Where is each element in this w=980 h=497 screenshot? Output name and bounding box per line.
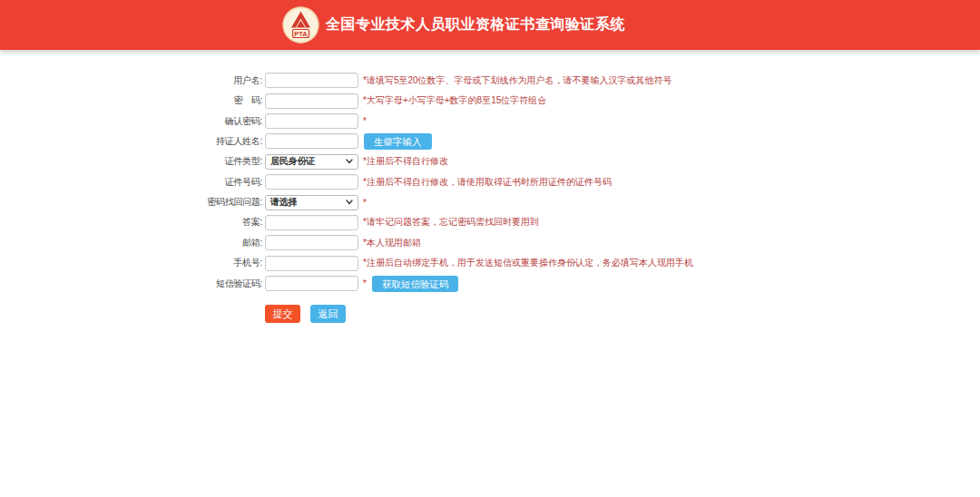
- pta-logo-text: PTA: [294, 30, 308, 38]
- cert-number-input[interactable]: [265, 174, 358, 190]
- cert-number-label: 证件号码:: [206, 176, 262, 189]
- cert-type-label: 证件类型:: [206, 155, 262, 168]
- form-row-password-recovery-question: 密码找回问题: 请选择 *: [206, 194, 693, 210]
- form-row-sms-code: 短信验证码: * 获取短信验证码: [206, 276, 693, 292]
- cert-holder-name-label: 持证人姓名:: [206, 135, 262, 148]
- password-recovery-question-selected-value: 请选择: [270, 196, 297, 209]
- form-row-mobile-number: 手机号: *注册后自动绑定手机，用于发送短信或重要操作身份认定，务必填写本人现用…: [206, 256, 693, 272]
- answer-label: 答案:: [206, 216, 262, 229]
- form-row-answer: 答案: *请牢记问题答案，忘记密码需找回时要用到: [206, 215, 693, 231]
- username-label: 用户名:: [206, 74, 262, 87]
- cert-type-select[interactable]: 居民身份证: [265, 154, 358, 170]
- mobile-number-input[interactable]: [265, 256, 358, 271]
- email-hint: *本人现用邮箱: [363, 237, 421, 249]
- cert-holder-name-input[interactable]: [265, 133, 358, 149]
- form-row-cert-holder-name: 持证人姓名: 生僻字输入: [206, 133, 693, 150]
- password-hint: *大写字母+小写字母+数字的8至15位字符组合: [363, 94, 546, 107]
- chevron-down-icon: [346, 159, 353, 164]
- cert-number-hint: *注册后不得自行修改，请使用取得证书时所用证件的证件号码: [363, 176, 612, 189]
- password-label: 密 码:: [206, 94, 262, 107]
- get-sms-code-button[interactable]: 获取短信验证码: [372, 276, 459, 292]
- back-button[interactable]: 返回: [310, 305, 346, 323]
- form-row-password: 密 码: *大写字母+小写字母+数字的8至15位字符组合: [206, 93, 693, 109]
- pta-logo: PTA: [282, 6, 319, 44]
- email-label: 邮箱:: [206, 237, 262, 249]
- cert-type-selected-value: 居民身份证: [270, 155, 315, 168]
- form-row-username: 用户名: *请填写5至20位数字、字母或下划线作为用户名，请不要输入汉字或其他符…: [206, 73, 693, 89]
- answer-hint: *请牢记问题答案，忘记密码需找回时要用到: [363, 216, 539, 229]
- form-row-cert-type: 证件类型: 居民身份证 *注册后不得自行修改: [206, 154, 693, 171]
- sms-code-label: 短信验证码:: [206, 278, 262, 290]
- password-input[interactable]: [265, 93, 358, 109]
- email-input[interactable]: [265, 235, 358, 250]
- password-recovery-question-select[interactable]: 请选择: [265, 195, 358, 210]
- password-recovery-question-label: 密码找回问题:: [206, 196, 262, 209]
- confirm-password-input[interactable]: [265, 113, 358, 129]
- form-row-confirm-password: 确认密码: *: [206, 113, 693, 130]
- username-input[interactable]: [265, 73, 358, 88]
- form-actions: 提交 返回: [265, 305, 693, 323]
- form-row-email: 邮箱: *本人现用邮箱: [206, 235, 693, 251]
- sms-code-input[interactable]: [265, 276, 358, 291]
- page-title: 全国专业技术人员职业资格证书查询验证系统: [326, 15, 625, 34]
- mobile-number-label: 手机号:: [206, 257, 262, 269]
- password-recovery-question-required-star: *: [363, 198, 367, 208]
- header-bar: PTA 全国专业技术人员职业资格证书查询验证系统: [0, 0, 980, 50]
- confirm-password-required-star: *: [363, 116, 367, 126]
- rare-character-input-button[interactable]: 生僻字输入: [364, 133, 432, 150]
- sms-code-required-star: *: [363, 278, 367, 288]
- brand: PTA 全国专业技术人员职业资格证书查询验证系统: [282, 0, 625, 50]
- form-row-cert-number: 证件号码: *注册后不得自行修改，请使用取得证书时所用证件的证件号码: [206, 174, 693, 190]
- username-hint: *请填写5至20位数字、字母或下划线作为用户名，请不要输入汉字或其他符号: [363, 74, 672, 87]
- confirm-password-label: 确认密码:: [206, 115, 262, 128]
- cert-type-hint: *注册后不得自行修改: [363, 155, 448, 168]
- mobile-number-hint: *注册后自动绑定手机，用于发送短信或重要操作身份认定，务必填写本人现用手机: [363, 257, 693, 269]
- chevron-down-icon: [346, 200, 353, 205]
- registration-form: 用户名: *请填写5至20位数字、字母或下划线作为用户名，请不要输入汉字或其他符…: [206, 73, 693, 323]
- submit-button[interactable]: 提交: [265, 305, 300, 323]
- answer-input[interactable]: [265, 215, 358, 230]
